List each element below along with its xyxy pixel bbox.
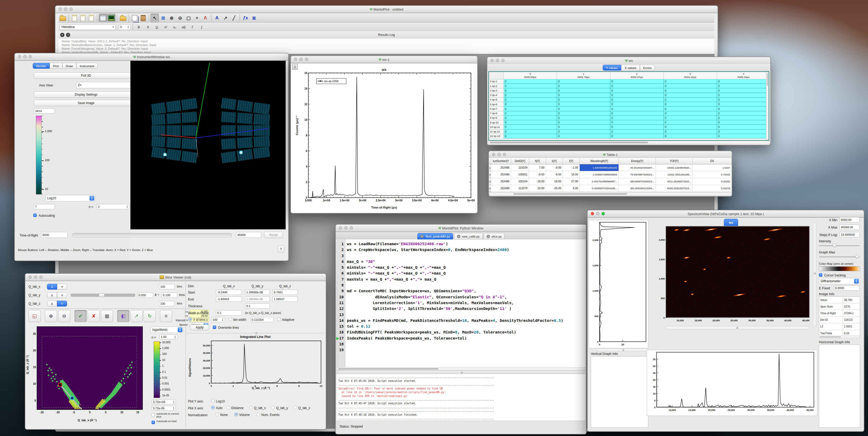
draw-arrow-icon[interactable]: ↗ xyxy=(221,14,230,22)
table1-cell[interactable]: 118109 xyxy=(511,164,529,171)
copy-icon[interactable] xyxy=(130,14,139,22)
autoscale-load-checkbox[interactable]: ✓ xyxy=(152,421,155,424)
thickness-field[interactable]: 0.1 xyxy=(245,303,270,309)
ws-table-cell[interactable]: 0 xyxy=(610,129,664,134)
dim-x-button[interactable]: X xyxy=(47,292,57,298)
table1-cell[interactable]: 105001 xyxy=(511,171,529,178)
line-mode-icon[interactable]: ✔ xyxy=(74,310,87,322)
code-line[interactable]: maxVals = max_Q +","+max_Q +","+ max_Q xyxy=(347,277,586,282)
ws-table-row-header[interactable]: 8 sp-9 xyxy=(489,116,504,120)
step-field[interactable]: 19.999500 xyxy=(839,232,860,237)
peaks-refresh-icon[interactable]: ↻ xyxy=(144,310,156,322)
script-window-icon[interactable]: ƒx xyxy=(241,14,250,22)
ws-table-col-header[interactable]: 46005.34μs xyxy=(717,72,766,79)
instrument-tab-draw[interactable]: Draw xyxy=(62,63,76,69)
table1-cell[interactable]: 252486 xyxy=(491,178,511,185)
table1-cell[interactable]: 381.506166123284... xyxy=(619,185,656,192)
colorbar-min-field[interactable]: 3.72e-06▲▼ xyxy=(152,406,176,411)
table1-row-header[interactable]: 3 xyxy=(489,178,491,185)
table1-row-header[interactable]: 1 xyxy=(489,164,491,171)
ws-table-cell[interactable]: 0 xyxy=(664,125,717,129)
dim-y-button[interactable]: Y xyxy=(57,292,67,298)
plot-x-radio-4[interactable] xyxy=(293,406,297,409)
ws-table-cell[interactable]: 0 xyxy=(664,97,717,102)
tof-max-field[interactable]: 45999 xyxy=(236,232,261,238)
close-tab-icon[interactable]: ✕ xyxy=(420,235,424,238)
ws-table-col-header[interactable]: 36004.16μs xyxy=(664,72,717,79)
table1-col-header[interactable]: lunNumber[Y xyxy=(491,158,511,164)
dim-bins-field[interactable]: 100 xyxy=(159,284,175,289)
colorbar-max-field[interactable]: 3.72e+04▲▼ xyxy=(152,400,176,404)
ws-table-tab-x-values[interactable]: X values xyxy=(621,65,640,70)
zoom-out-icon[interactable]: ⊖ xyxy=(58,310,70,322)
code-line[interactable] xyxy=(347,341,586,347)
spectrum-horizontal-graph[interactable]: 10,00015,00020,00025,00030,00035,00040,0… xyxy=(647,350,817,416)
ws-table-cell[interactable]: 0 xyxy=(557,79,610,84)
info-hscrollbar[interactable] xyxy=(819,336,860,338)
instrument-tab-pick[interactable]: Pick xyxy=(50,63,62,69)
ws-table-cell[interactable]: 0 xyxy=(610,97,664,102)
scale-min-field[interactable]: 7 xyxy=(34,204,55,209)
ws-table-cell[interactable]: 0 xyxy=(557,120,610,125)
ws-table-cell[interactable]: 0 xyxy=(504,125,557,129)
subscript-button[interactable]: x₂ xyxy=(170,25,179,29)
code-line[interactable]: max_Q = "30" xyxy=(347,259,586,264)
ws1-titlebar[interactable]: Ψ ws-1 xyxy=(291,56,477,63)
display-settings-button[interactable]: Display Settings▾ xyxy=(34,91,138,98)
table1-cell[interactable]: -18.00 xyxy=(546,178,563,185)
table1-cell[interactable]: -1.00 xyxy=(563,164,580,171)
ws-table-cell[interactable]: 0 xyxy=(664,84,717,88)
table1-cell[interactable]: 1.4204830861282163 xyxy=(580,164,619,171)
new-note-icon[interactable] xyxy=(87,14,96,22)
table1-titlebar[interactable]: Ψ Table-1 xyxy=(489,151,732,158)
font-family-select[interactable]: Helvetica▾ xyxy=(60,24,116,30)
main-traffic-lights[interactable] xyxy=(59,7,72,10)
start-y-field[interactable]: 1.39698e-08 xyxy=(245,290,270,295)
table1-cell[interactable]: 0.72032 xyxy=(693,171,732,178)
table1-cell[interactable]: 112079 xyxy=(511,185,529,192)
table1-col-header[interactable]: Energy[Y] xyxy=(619,158,656,164)
color-scale-select[interactable]: logarithmic▲▼ xyxy=(151,327,183,333)
ws-table-cell[interactable]: 0 xyxy=(557,107,610,111)
table-view-toggle-icon[interactable] xyxy=(99,14,107,22)
code-line[interactable]: FindUBUsingFFT( PeaksWorkspace=peaks_ws,… xyxy=(347,329,586,335)
ws-table-cell[interactable]: 0 xyxy=(504,93,557,97)
ws-table-vscrollbar[interactable] xyxy=(766,72,769,140)
python-tab-0[interactable]: ✕*find_peaksMD.py xyxy=(417,233,453,239)
ws-table-cell[interactable]: 0 xyxy=(557,88,610,93)
font-size-field[interactable]: 0▲▼ xyxy=(119,24,130,30)
norm-radio-0[interactable] xyxy=(215,413,219,416)
ws-table-cell[interactable]: 0 xyxy=(504,134,557,139)
scale-max-field[interactable]: 3414 xyxy=(34,108,55,114)
code-line[interactable]: IndexPeaks( PeaksWorkspace=peaks_ws, Tol… xyxy=(347,335,586,341)
end-z-field[interactable]: 1.58537 xyxy=(273,296,298,302)
code-line[interactable]: SplitInto='2', SplitThreshold='50',MaxRe… xyxy=(347,306,586,312)
ws-table-cell[interactable]: 0 xyxy=(717,125,766,129)
add-text-icon[interactable]: A xyxy=(213,14,221,22)
python-traffic-lights[interactable] xyxy=(339,226,353,229)
table1-cell[interactable]: 252486 xyxy=(491,185,511,192)
start-z-field[interactable]: 9.7561 xyxy=(273,290,298,295)
table1-row-header[interactable]: 4 xyxy=(489,185,491,192)
ws-table-cell[interactable]: 0 xyxy=(664,134,717,139)
underline-button[interactable]: U xyxy=(152,25,161,29)
code-line[interactable]: LorentzCorrection='1', MinValues=minVals… xyxy=(347,300,586,306)
ws-table-row-header[interactable]: 5 sp-6 xyxy=(489,102,504,107)
table1-cell[interactable]: 0.33252 xyxy=(693,178,732,185)
code-line[interactable] xyxy=(347,347,586,353)
scale-type-select[interactable]: Log10▲▼ xyxy=(45,195,95,201)
ws-table-cell[interactable]: 0 xyxy=(717,79,766,84)
tof-slider[interactable] xyxy=(72,233,232,237)
table1-row-header[interactable]: 2 xyxy=(489,171,491,178)
autoscaling-checkbox[interactable]: ✓ xyxy=(33,213,37,217)
python-tab-1[interactable]: ✕new_calib.py xyxy=(454,233,483,239)
table1-cell[interactable]: 1.0186874396536953 xyxy=(580,171,619,178)
spectrum-traffic-lights[interactable] xyxy=(591,212,605,215)
ws-table-row-header[interactable]: 10 sp-11 xyxy=(489,125,504,129)
graph-max-slider-handle[interactable] xyxy=(855,255,859,258)
instrument-traffic-lights[interactable] xyxy=(18,55,32,58)
dim-bins-field[interactable]: 100 xyxy=(159,301,175,306)
image-vscrollbar[interactable] xyxy=(813,223,816,326)
dim-slider[interactable] xyxy=(71,294,135,297)
norm-radio-1[interactable] xyxy=(235,413,238,416)
